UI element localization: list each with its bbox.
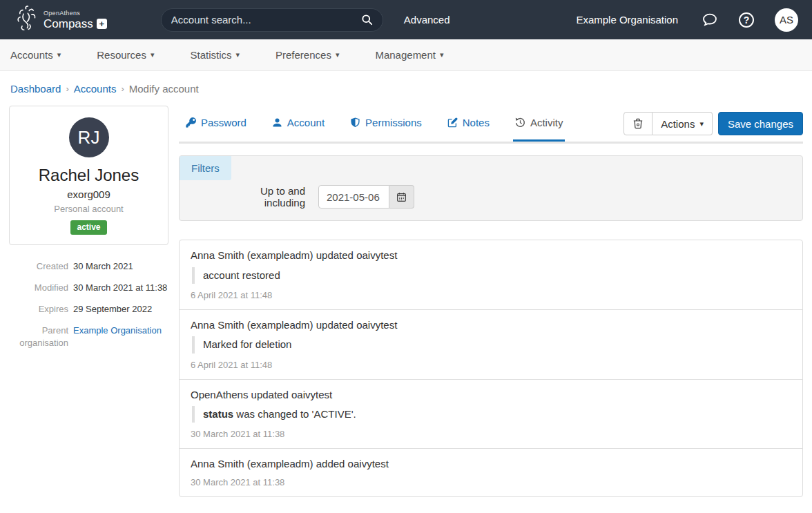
activity-title: Anna Smith (exampleadm) updated oaivytes… bbox=[191, 249, 791, 262]
account-summary-panel: RJ Rachel Jones exorg009 Personal accoun… bbox=[9, 106, 168, 358]
caret-down-icon: ▾ bbox=[440, 50, 444, 59]
status-badge: active bbox=[70, 220, 106, 235]
detail-modified: Modified 30 March 2021 at 11:38 bbox=[9, 282, 168, 295]
breadcrumb-current: Modify account bbox=[129, 83, 199, 95]
activity-item: Anna Smith (exampleadm) updated oaivytes… bbox=[180, 309, 802, 379]
organisation-name: Example Organisation bbox=[576, 14, 678, 26]
openathens-compass-logo[interactable]: OpenAthens Compass + bbox=[14, 6, 107, 34]
activity-title: OpenAthens updated oaivytest bbox=[191, 388, 791, 402]
activity-timestamp: 30 March 2021 at 11:38 bbox=[191, 477, 791, 487]
advanced-search-link[interactable]: Advanced bbox=[404, 14, 450, 26]
nav-item-statistics[interactable]: Statistics▾ bbox=[190, 49, 240, 61]
feedback-chat-icon[interactable] bbox=[702, 12, 718, 28]
tab-permissions[interactable]: Permissions bbox=[350, 112, 422, 133]
account-name: Rachel Jones bbox=[17, 166, 161, 185]
account-search bbox=[161, 8, 383, 32]
calendar-icon[interactable] bbox=[389, 185, 414, 209]
activity-detail: Marked for deletion bbox=[192, 336, 791, 353]
profile-card: RJ Rachel Jones exorg009 Personal accoun… bbox=[9, 106, 168, 245]
toolbar: Actions ▾ Save changes bbox=[624, 112, 803, 135]
caret-down-icon: ▾ bbox=[151, 50, 155, 59]
history-icon bbox=[515, 117, 525, 128]
tab-activity[interactable]: Activity bbox=[515, 112, 563, 133]
breadcrumb-separator-icon: › bbox=[66, 84, 68, 94]
profile-avatar: RJ bbox=[69, 117, 109, 157]
breadcrumb-accounts[interactable]: Accounts bbox=[74, 83, 117, 95]
tab-account[interactable]: Account bbox=[272, 112, 325, 133]
app-header: OpenAthens Compass + Advanced Example Or… bbox=[0, 0, 812, 39]
detail-expires: Expires 29 September 2022 bbox=[9, 303, 168, 316]
tab-password[interactable]: Password bbox=[186, 112, 246, 133]
tab-bar: Password Account Permissions Notes Activ… bbox=[179, 106, 803, 144]
shield-icon bbox=[350, 117, 360, 128]
plus-badge-icon: + bbox=[97, 19, 107, 29]
caret-down-icon: ▾ bbox=[57, 50, 61, 59]
date-filter-input[interactable] bbox=[318, 185, 389, 209]
brand-name-top: OpenAthens bbox=[44, 10, 107, 17]
nav-item-preferences[interactable]: Preferences▾ bbox=[276, 49, 339, 61]
account-details: Created 30 March 2021 Modified 30 March … bbox=[9, 260, 168, 350]
date-filter-row: Up to and including bbox=[220, 185, 802, 209]
key-icon bbox=[186, 117, 196, 128]
tab-notes[interactable]: Notes bbox=[447, 112, 490, 133]
activity-timestamp: 6 April 2021 at 11:48 bbox=[191, 290, 791, 300]
breadcrumb-dashboard[interactable]: Dashboard bbox=[10, 83, 61, 95]
nav-item-management[interactable]: Management▾ bbox=[375, 49, 443, 61]
user-icon bbox=[272, 117, 282, 128]
nav-item-resources[interactable]: Resources▾ bbox=[97, 49, 154, 61]
help-icon[interactable]: ? bbox=[739, 12, 754, 28]
main-content: RJ Rachel Jones exorg009 Personal accoun… bbox=[0, 106, 812, 497]
activity-item: OpenAthens updated oaivytest status was … bbox=[180, 379, 802, 449]
account-detail-panel: Password Account Permissions Notes Activ… bbox=[179, 106, 803, 497]
filters-toggle[interactable]: Filters bbox=[180, 156, 231, 180]
user-avatar[interactable]: AS bbox=[775, 8, 798, 32]
detail-parent-organisation: Parent organisation Example Organisation bbox=[9, 325, 168, 351]
activity-item: Anna Smith (exampleadm) added oaivytest … bbox=[180, 448, 802, 496]
caret-down-icon: ▾ bbox=[235, 50, 240, 59]
caret-down-icon: ▾ bbox=[336, 50, 340, 59]
detail-created: Created 30 March 2021 bbox=[9, 260, 168, 273]
account-type: Personal account bbox=[17, 204, 161, 214]
save-changes-button[interactable]: Save changes bbox=[718, 112, 803, 135]
breadcrumb-separator-icon: › bbox=[121, 84, 124, 94]
activity-detail: account restored bbox=[192, 267, 791, 284]
notes-edit-icon bbox=[447, 117, 458, 128]
nav-item-accounts[interactable]: Accounts▾ bbox=[10, 49, 61, 61]
parent-organisation-link[interactable]: Example Organisation bbox=[73, 325, 162, 336]
activity-item: Anna Smith (exampleadm) updated oaivytes… bbox=[180, 240, 802, 309]
filters-panel: Filters Up to and including bbox=[179, 155, 803, 221]
actions-dropdown-button[interactable]: Actions ▾ bbox=[652, 112, 713, 135]
account-username: exorg009 bbox=[17, 188, 161, 200]
delete-account-button[interactable] bbox=[624, 112, 652, 135]
activity-title: Anna Smith (exampleadm) added oaivytest bbox=[191, 457, 791, 471]
activity-list: Anna Smith (exampleadm) updated oaivytes… bbox=[179, 240, 803, 497]
trash-icon bbox=[632, 118, 644, 129]
activity-timestamp: 30 March 2021 at 11:38 bbox=[191, 429, 791, 439]
breadcrumb: Dashboard › Accounts › Modify account bbox=[0, 71, 812, 106]
activity-detail: status was changed to 'ACTIVE'. bbox=[192, 406, 791, 423]
activity-title: Anna Smith (exampleadm) updated oaivytes… bbox=[191, 318, 791, 332]
activity-timestamp: 6 April 2021 at 11:48 bbox=[191, 360, 791, 370]
main-nav: Accounts▾ Resources▾ Statistics▾ Prefere… bbox=[0, 39, 812, 71]
caret-down-icon: ▾ bbox=[699, 119, 704, 128]
brand-name-bottom: Compass bbox=[44, 18, 93, 30]
search-input[interactable] bbox=[171, 14, 361, 26]
search-icon[interactable] bbox=[361, 14, 373, 26]
date-filter-label: Up to and including bbox=[220, 185, 305, 209]
openathens-logo-icon bbox=[14, 6, 39, 34]
